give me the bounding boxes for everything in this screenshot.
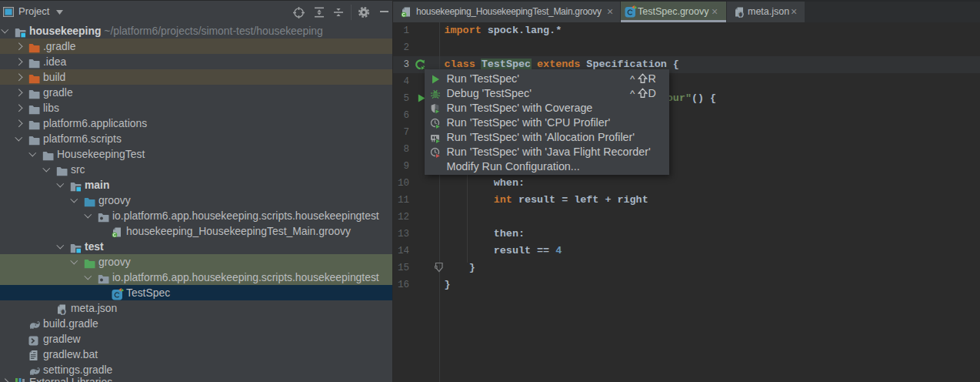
svg-text:{): {) [738, 12, 744, 18]
svg-text:{): {) [60, 310, 66, 315]
